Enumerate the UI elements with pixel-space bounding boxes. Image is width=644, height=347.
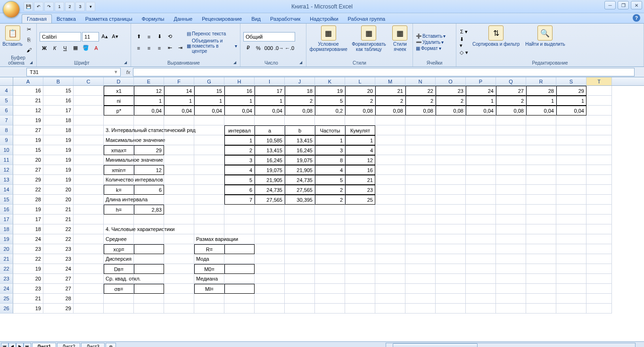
row-header-7[interactable]: 7 xyxy=(0,116,13,125)
cell-B17[interactable]: 21 xyxy=(43,215,74,224)
cell-C4[interactable] xyxy=(74,86,104,96)
cell-H12[interactable]: 4 xyxy=(224,165,255,175)
cell-Q22[interactable] xyxy=(496,264,526,274)
cell-J24[interactable] xyxy=(285,284,315,294)
qat-redo-icon[interactable]: ↷ xyxy=(44,2,54,11)
cell-O4[interactable]: 23 xyxy=(436,86,466,96)
cell-L6[interactable]: 0,08 xyxy=(345,106,375,116)
cell-F15[interactable] xyxy=(164,195,194,205)
cell-G8[interactable] xyxy=(194,125,224,135)
cell-J18[interactable] xyxy=(285,224,315,234)
tab-home[interactable]: Главная xyxy=(22,14,52,23)
cell-T26[interactable] xyxy=(586,304,612,314)
cell-D18[interactable]: 4. Числовые характеристики xyxy=(104,224,134,234)
cell-E16[interactable]: 2,83 xyxy=(134,205,164,215)
cell-L13[interactable]: 21 xyxy=(345,175,375,185)
row-header-23[interactable]: 23 xyxy=(0,274,13,284)
cell-R4[interactable]: 28 xyxy=(526,86,556,96)
cell-H11[interactable]: 3 xyxy=(224,155,255,165)
cell-O23[interactable] xyxy=(436,274,466,284)
cell-E26[interactable] xyxy=(134,304,164,314)
cell-H23[interactable] xyxy=(224,274,255,284)
cell-P5[interactable]: 1 xyxy=(466,96,496,106)
cell-I8[interactable]: a xyxy=(255,125,285,135)
cell-P25[interactable] xyxy=(466,294,496,304)
cell-J23[interactable] xyxy=(285,274,315,284)
col-header-E[interactable]: E xyxy=(134,77,164,85)
cell-G5[interactable]: 1 xyxy=(194,96,224,106)
col-header-O[interactable]: O xyxy=(436,77,466,85)
cell-H22[interactable] xyxy=(224,264,255,274)
cell-L9[interactable]: 1 xyxy=(345,135,375,145)
cell-K21[interactable] xyxy=(315,254,345,264)
cell-J8[interactable]: b xyxy=(285,125,315,135)
cell-M25[interactable] xyxy=(375,294,405,304)
tab-workgroup[interactable]: Рабочая группа xyxy=(343,15,390,23)
cell-K19[interactable] xyxy=(315,234,345,244)
row-header-17[interactable]: 17 xyxy=(0,215,13,224)
cell-I13[interactable]: 21,905 xyxy=(255,175,285,185)
cell-M4[interactable]: 21 xyxy=(375,86,405,96)
cell-K23[interactable] xyxy=(315,274,345,284)
cell-K17[interactable] xyxy=(315,215,345,224)
col-header-M[interactable]: M xyxy=(375,77,405,85)
cell-N12[interactable] xyxy=(405,165,436,175)
row-header-4[interactable]: 4 xyxy=(0,86,13,96)
cell-M7[interactable] xyxy=(375,116,405,125)
cell-M15[interactable] xyxy=(375,195,405,205)
tab-review[interactable]: Рецензирование xyxy=(197,15,247,23)
cell-G4[interactable]: 15 xyxy=(194,86,224,96)
cell-F24[interactable] xyxy=(164,284,194,294)
cell-L22[interactable] xyxy=(345,264,375,274)
wrap-text-button[interactable]: ▤Перенос текста xyxy=(187,31,237,36)
cell-A17[interactable]: 17 xyxy=(13,215,43,224)
cell-T4[interactable] xyxy=(586,86,612,96)
row-header-9[interactable]: 9 xyxy=(0,135,13,145)
cell-E17[interactable] xyxy=(134,215,164,224)
cell-I16[interactable] xyxy=(255,205,285,215)
cell-D19[interactable]: Среднее xyxy=(104,234,134,244)
cell-J22[interactable] xyxy=(285,264,315,274)
cell-J19[interactable] xyxy=(285,234,315,244)
cell-K10[interactable]: 3 xyxy=(315,145,345,155)
cell-L15[interactable]: 25 xyxy=(345,195,375,205)
align-right-icon[interactable]: ≡ xyxy=(155,43,164,53)
cell-E19[interactable] xyxy=(134,234,164,244)
cell-G6[interactable]: 0,04 xyxy=(194,106,224,116)
formula-input[interactable] xyxy=(133,68,635,76)
cell-S5[interactable]: 1 xyxy=(556,96,586,106)
cell-R15[interactable] xyxy=(526,195,556,205)
cell-Q25[interactable] xyxy=(496,294,526,304)
cell-J11[interactable]: 19,075 xyxy=(285,155,315,165)
cell-C15[interactable] xyxy=(74,195,104,205)
cell-H25[interactable] xyxy=(224,294,255,304)
cell-O10[interactable] xyxy=(436,145,466,155)
cell-P11[interactable] xyxy=(466,155,496,165)
cell-F7[interactable] xyxy=(164,116,194,125)
cell-R16[interactable] xyxy=(526,205,556,215)
cell-R18[interactable] xyxy=(526,224,556,234)
cell-Q8[interactable] xyxy=(496,125,526,135)
row-header-16[interactable]: 16 xyxy=(0,205,13,215)
cell-R14[interactable] xyxy=(526,185,556,195)
col-header-T[interactable]: T xyxy=(586,77,612,85)
cell-S25[interactable] xyxy=(556,294,586,304)
cell-D26[interactable] xyxy=(104,304,134,314)
cell-R10[interactable] xyxy=(526,145,556,155)
cell-Q10[interactable] xyxy=(496,145,526,155)
cell-E18[interactable] xyxy=(134,224,164,234)
cell-C16[interactable] xyxy=(74,205,104,215)
cell-O8[interactable] xyxy=(436,125,466,135)
alignment-dialog-icon[interactable]: ◢ xyxy=(233,60,236,65)
cell-D7[interactable] xyxy=(104,116,134,125)
cell-N6[interactable]: 0,08 xyxy=(405,106,436,116)
cell-D23[interactable]: Ср. квад. откл. xyxy=(104,274,134,284)
cell-E6[interactable]: 0,04 xyxy=(134,106,164,116)
cell-S10[interactable] xyxy=(556,145,586,155)
cell-T11[interactable] xyxy=(586,155,612,165)
cell-G21[interactable]: Мода xyxy=(194,254,224,264)
cell-L7[interactable] xyxy=(345,116,375,125)
cell-J15[interactable]: 30,395 xyxy=(285,195,315,205)
cell-Q18[interactable] xyxy=(496,224,526,234)
new-sheet-icon[interactable]: ⊕ xyxy=(106,343,116,347)
